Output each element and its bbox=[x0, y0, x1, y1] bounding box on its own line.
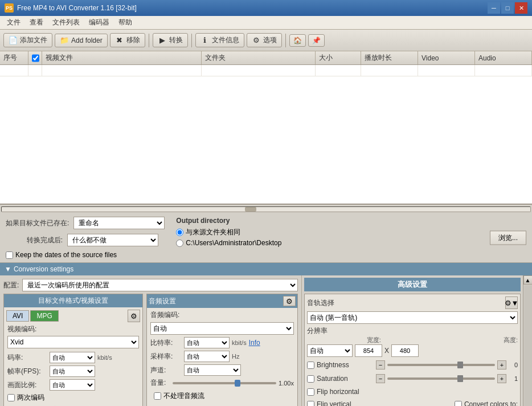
add-folder-button[interactable]: 📁 Add folder bbox=[55, 34, 108, 47]
convert-label: Convert colors to: bbox=[464, 400, 518, 406]
if-exists-select[interactable]: 重命名 bbox=[73, 217, 165, 229]
radio-custom-label: C:\Users\Administrator\Desktop bbox=[186, 239, 281, 247]
no-audio-checkbox[interactable] bbox=[154, 392, 161, 400]
video-gear-button[interactable]: ⚙ bbox=[128, 310, 140, 322]
video-panel: 目标文件格式/视频设置 AVI MPG ⚙ 视频编码: Xvid 码 bbox=[3, 294, 143, 406]
res-x: X bbox=[384, 347, 389, 355]
fps-select[interactable]: 自动 bbox=[50, 366, 95, 377]
flip-v-row: Flip vertical bbox=[307, 399, 443, 406]
convert-colors-checkbox[interactable] bbox=[455, 401, 462, 407]
audio-gear-button[interactable]: ⚙ bbox=[283, 296, 296, 306]
if-exists-row: 如果目标文件已存在: 重命名 bbox=[6, 217, 165, 229]
scrollbar-thumb[interactable] bbox=[245, 207, 256, 212]
radio-same[interactable] bbox=[176, 229, 183, 236]
width-input[interactable] bbox=[355, 344, 382, 357]
table-row bbox=[0, 65, 532, 76]
saturation-plus[interactable]: + bbox=[497, 374, 506, 383]
menu-filelist[interactable]: 文件列表 bbox=[48, 17, 84, 29]
bitrate-label: 码率: bbox=[7, 353, 47, 363]
flip-v-checkbox[interactable] bbox=[307, 401, 314, 407]
menu-help[interactable]: 帮助 bbox=[114, 17, 137, 29]
audio-samplerate-select[interactable]: 自动 bbox=[184, 351, 230, 362]
cell bbox=[475, 65, 532, 76]
settings-section: 如果目标文件已存在: 重命名 转换完成后: 什么都不做 Keep the dat… bbox=[0, 213, 532, 263]
tab-mpg[interactable]: MPG bbox=[30, 310, 58, 322]
saturation-slider[interactable] bbox=[387, 377, 495, 380]
menu-file[interactable]: 文件 bbox=[2, 17, 25, 29]
aspect-label: 画面比例: bbox=[7, 380, 47, 390]
maximize-button[interactable]: □ bbox=[501, 2, 514, 14]
file-info-label: 文件信息 bbox=[212, 35, 239, 45]
track-select[interactable]: 自动 (第一音轨) bbox=[307, 311, 518, 324]
minimize-button[interactable]: ─ bbox=[488, 2, 500, 14]
audio-panel: 音频设置 ⚙ 音频编码: 自动 比特率: 自动 bbox=[146, 294, 298, 406]
volume-row: 音量: 1.00x bbox=[150, 378, 294, 388]
audio-codec-row: 音频编码: bbox=[150, 310, 294, 320]
col-header-duration: 播放时长 bbox=[361, 51, 418, 64]
options-button[interactable]: ⚙ 选项 bbox=[247, 33, 282, 47]
saturation-label: Saturation bbox=[317, 375, 374, 383]
file-list-body bbox=[0, 65, 532, 176]
no-audio-row: 不处理音频流 bbox=[150, 390, 294, 402]
cell bbox=[202, 65, 316, 76]
keep-dates-label: Keep the dates of the source files bbox=[15, 251, 117, 259]
brightness-slider[interactable] bbox=[387, 364, 495, 366]
video-codec-select[interactable]: Xvid bbox=[7, 336, 139, 348]
browse-button[interactable]: 浏览... bbox=[490, 231, 526, 245]
menu-encoder[interactable]: 编码器 bbox=[84, 17, 114, 29]
fps-label: 帧率(FPS): bbox=[7, 367, 47, 376]
cell bbox=[0, 65, 28, 76]
toolbar-separator bbox=[149, 34, 149, 47]
audio-bitrate-select[interactable]: 自动 bbox=[184, 337, 230, 348]
bitrate-select[interactable]: 自动 bbox=[50, 352, 95, 363]
horizontal-scrollbar[interactable] bbox=[0, 204, 532, 213]
file-info-button[interactable]: ℹ 文件信息 bbox=[195, 33, 244, 47]
pin-button[interactable]: 📌 bbox=[308, 34, 325, 47]
height-input[interactable] bbox=[391, 344, 419, 357]
left-settings: 如果目标文件已存在: 重命名 转换完成后: 什么都不做 Keep the dat… bbox=[6, 217, 165, 259]
resolution-select[interactable]: 自动 bbox=[307, 344, 353, 357]
convert-button[interactable]: ▶ 转换 bbox=[153, 33, 188, 47]
track-row: 音轨选择 ⚙▼ bbox=[307, 297, 518, 309]
left-panel: 配置: 最近一次编码所使用的配置 目标文件格式/视频设置 AVI MPG ⚙ bbox=[0, 275, 302, 406]
height-label: 高度: bbox=[504, 336, 518, 344]
two-pass-row: 两次编码 bbox=[4, 392, 142, 404]
keep-dates-checkbox[interactable] bbox=[6, 251, 13, 259]
brightness-checkbox[interactable] bbox=[307, 362, 314, 369]
volume-slider[interactable] bbox=[173, 382, 276, 384]
menu-view[interactable]: 查看 bbox=[25, 17, 48, 29]
two-pass-checkbox[interactable] bbox=[7, 394, 15, 401]
audio-channels-select[interactable]: 自动 bbox=[184, 364, 241, 376]
select-all-checkbox[interactable] bbox=[32, 54, 39, 62]
radio-custom[interactable] bbox=[176, 239, 183, 247]
aspect-select[interactable]: 自动 bbox=[50, 379, 95, 391]
track-gear-button[interactable]: ⚙▼ bbox=[505, 297, 518, 309]
flip-h-checkbox[interactable] bbox=[307, 388, 314, 396]
home-button[interactable]: 🏠 bbox=[289, 34, 306, 47]
after-convert-select[interactable]: 什么都不做 bbox=[67, 234, 158, 246]
audio-codec-select[interactable]: 自动 bbox=[150, 322, 294, 335]
output-dir-label: Output directory bbox=[176, 217, 281, 225]
format-tabs: AVI MPG ⚙ bbox=[4, 307, 142, 322]
tab-avi[interactable]: AVI bbox=[6, 310, 29, 322]
titlebar-controls: ─ □ ✕ bbox=[488, 2, 527, 14]
saturation-checkbox[interactable] bbox=[307, 375, 314, 383]
toolbar-separator2 bbox=[191, 34, 192, 47]
add-files-button[interactable]: 📄 添加文件 bbox=[3, 33, 52, 47]
close-button[interactable]: ✕ bbox=[515, 2, 527, 14]
add-files-label: 添加文件 bbox=[20, 35, 47, 45]
keep-dates-row: Keep the dates of the source files bbox=[6, 251, 165, 259]
info-link[interactable]: Info bbox=[249, 339, 260, 347]
flip-v-convert-row: Flip vertical Convert colors to: bbox=[307, 399, 518, 406]
scroll-up-arrow[interactable]: ▲ bbox=[523, 275, 533, 285]
saturation-minus[interactable]: − bbox=[376, 374, 385, 383]
col-header-video: 视频文件 bbox=[42, 51, 202, 64]
profile-label: 配置: bbox=[3, 281, 19, 290]
titlebar: PS Free MP4 to AVI Converter 1.16 [32-bi… bbox=[0, 0, 532, 16]
profile-select[interactable]: 最近一次编码所使用的配置 bbox=[22, 279, 298, 291]
output-dir-section: Output directory 与来源文件夹相同 C:\Users\Admin… bbox=[176, 217, 281, 247]
brightness-plus[interactable]: + bbox=[497, 360, 506, 370]
remove-button[interactable]: ✖ 移除 bbox=[110, 33, 145, 47]
resolution-labels: 宽度: 高度: bbox=[307, 336, 518, 344]
brightness-minus[interactable]: − bbox=[376, 360, 385, 370]
